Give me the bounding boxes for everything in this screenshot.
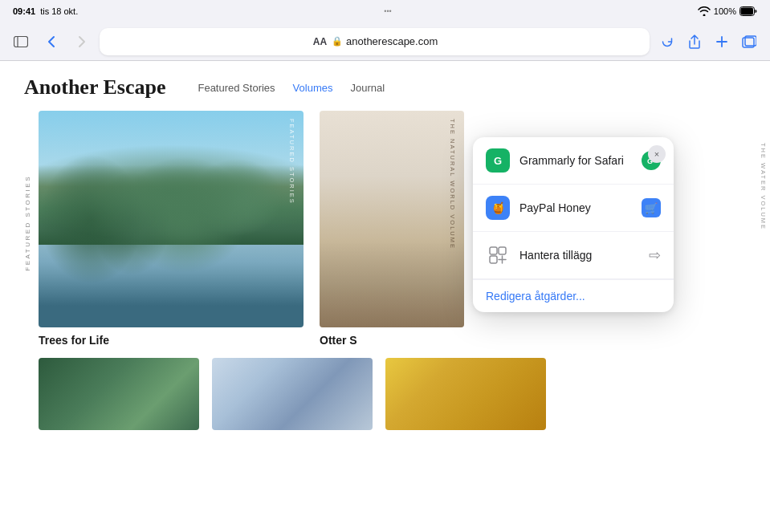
story-image-2: THE NATURAL WORLD VOLUME	[320, 111, 464, 327]
svg-rect-9	[490, 247, 497, 254]
chrome-right-buttons	[654, 29, 762, 55]
extensions-popup: × G Grammarly for Safari G 🍯 PayPal Hone…	[473, 137, 674, 312]
bottom-img-2[interactable]	[212, 358, 373, 430]
status-left: 09:41 tis 18 okt.	[13, 6, 78, 16]
forward-button[interactable]	[69, 29, 95, 55]
edit-actions-link[interactable]: Redigera åtgärder...	[473, 279, 674, 312]
svg-rect-10	[499, 247, 506, 254]
grammarly-icon: G	[486, 148, 510, 173]
nav-journal[interactable]: Journal	[350, 82, 385, 94]
browser-chrome: AA 🔒 anotherescape.com	[0, 22, 770, 61]
interior-image	[320, 111, 464, 327]
story-card-1[interactable]: FEATURED STORIES Trees for Life	[39, 111, 304, 347]
bottom-img-3[interactable]	[385, 358, 546, 430]
honey-label: PayPal Honey	[519, 201, 632, 214]
nav-volumes[interactable]: Volumes	[293, 82, 333, 94]
svg-rect-11	[490, 256, 497, 263]
manage-icon	[486, 243, 510, 267]
web-content: Another Escape Featured Stories Volumes …	[0, 61, 770, 532]
new-tab-button[interactable]	[709, 29, 735, 55]
card-vertical-label-2: THE NATURAL WORLD VOLUME	[449, 119, 456, 250]
story-title-1: Trees for Life	[39, 334, 304, 347]
story-title-2: Otter S	[320, 334, 464, 347]
section-label: FEATURED STORIES	[24, 175, 31, 271]
forest-image	[39, 358, 199, 430]
bottom-row	[39, 358, 746, 430]
manage-extensions-item[interactable]: Hantera tillägg ⇨	[473, 232, 674, 279]
battery-icon	[739, 6, 757, 16]
lock-icon: 🔒	[332, 36, 343, 47]
honey-item[interactable]: 🍯 PayPal Honey 🛒	[473, 185, 674, 232]
grammarly-label: Grammarly for Safari	[519, 154, 632, 167]
status-center: •••	[384, 7, 391, 15]
tabs-button[interactable]	[736, 29, 762, 55]
ellipsis: •••	[384, 7, 391, 15]
landscape-image	[39, 111, 304, 327]
status-date: tis 18 okt.	[40, 6, 78, 16]
svg-rect-1	[741, 8, 754, 15]
snow-image	[212, 358, 373, 430]
card-vertical-label-1: FEATURED STORIES	[288, 119, 295, 205]
flowers-image	[385, 358, 546, 430]
honey-icon: 🍯	[486, 196, 510, 220]
bottom-img-1[interactable]	[39, 358, 199, 430]
text-size-button[interactable]: AA	[312, 36, 328, 47]
story-image-1: FEATURED STORIES	[39, 111, 304, 327]
address-bar[interactable]: AA 🔒 anotherescape.com	[100, 28, 650, 55]
site-nav-links: Featured Stories Volumes Journal	[198, 82, 385, 94]
right-edge-label: THE WATER VOLUME	[760, 143, 767, 230]
sidebar-toggle-button[interactable]	[8, 29, 34, 55]
status-right: 100%	[698, 6, 757, 16]
wifi-icon	[698, 6, 711, 16]
nav-featured-stories[interactable]: Featured Stories	[198, 82, 275, 94]
refresh-button[interactable]	[654, 29, 680, 55]
url-text: anotherescape.com	[346, 35, 438, 47]
manage-label: Hantera tillägg	[519, 249, 639, 262]
status-bar: 09:41 tis 18 okt. ••• 100%	[0, 0, 770, 22]
story-card-2[interactable]: THE NATURAL WORLD VOLUME Otter S	[320, 111, 464, 347]
svg-rect-2	[14, 36, 28, 47]
share-button[interactable]	[682, 29, 707, 55]
honey-badge: 🛒	[642, 198, 661, 217]
manage-arrow: ⇨	[649, 246, 661, 264]
site-nav: Another Escape Featured Stories Volumes …	[0, 61, 770, 99]
battery-text: 100%	[714, 6, 736, 16]
popup-close-button[interactable]: ×	[648, 145, 666, 163]
status-time: 09:41	[13, 6, 35, 16]
grammarly-item[interactable]: G Grammarly for Safari G	[473, 137, 674, 185]
site-logo: Another Escape	[24, 75, 165, 99]
back-button[interactable]	[39, 29, 64, 55]
ipad-frame: 09:41 tis 18 okt. ••• 100%	[0, 0, 770, 532]
